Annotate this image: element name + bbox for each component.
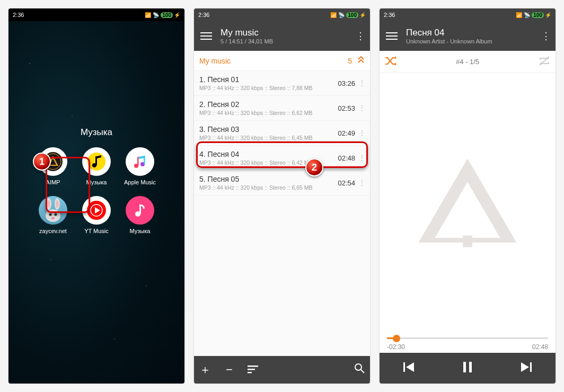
track-duration: 02:54 <box>338 179 355 187</box>
np-top-controls: #4 - 1/5 <box>380 51 556 73</box>
svg-line-28 <box>361 370 364 373</box>
playlist-header: My music 5 / 14:51 / 34,01 MB ⋮ <box>194 21 370 51</box>
charging-icon: ⚡ <box>359 12 366 18</box>
battery-level: 100 <box>532 12 544 18</box>
svg-point-16 <box>49 213 52 216</box>
track-row[interactable]: 2. Песня 02MP3 :: 44 kHz :: 320 kbps :: … <box>194 96 370 121</box>
apple-music-icon <box>126 147 154 176</box>
track-duration: 02:48 <box>338 154 355 162</box>
app-label: AIMP <box>46 179 60 185</box>
time-total: 02:48 <box>532 343 548 351</box>
phone-nowplaying-screen: 2:36 📶 📡 100⚡ Песня 04 Unknown Artist - … <box>380 8 556 384</box>
folder-title: Музыка <box>8 127 184 138</box>
svg-point-18 <box>51 217 55 219</box>
svg-rect-25 <box>248 369 255 370</box>
track-name: 4. Песня 04 <box>199 150 338 158</box>
prev-button[interactable] <box>402 361 416 375</box>
status-time: 2:36 <box>198 12 209 18</box>
track-name: 3. Песня 03 <box>199 125 338 133</box>
search-icon[interactable] <box>354 363 365 377</box>
track-list: 1. Песня 01MP3 :: 44 kHz :: 320 kbps :: … <box>194 71 370 356</box>
svg-point-15 <box>56 200 59 208</box>
overflow-menu-icon[interactable]: ⋮ <box>354 30 367 42</box>
wifi-icon: 📡 <box>338 12 345 18</box>
svg-point-11 <box>46 209 60 222</box>
track-duration: 02:53 <box>338 104 355 112</box>
signal-icon: 📶 <box>516 12 522 18</box>
collapse-icon[interactable] <box>357 56 365 65</box>
status-icons: 📶 📡 100⚡ <box>330 12 366 18</box>
status-bar: 2:36 📶 📡 100⚡ <box>194 8 370 21</box>
app-yandex-music[interactable]: Музыка <box>76 147 117 185</box>
xiaomi-music-icon <box>126 196 154 225</box>
playlist-section-header[interactable]: My music 5 <box>194 51 370 71</box>
wifi-icon: 📡 <box>524 12 530 18</box>
wifi-icon: 📡 <box>153 12 159 18</box>
callout-badge-1: 1 <box>33 153 51 171</box>
app-label: YT Music <box>84 228 109 234</box>
battery-level: 100 <box>346 12 358 18</box>
charging-icon: ⚡ <box>545 12 551 18</box>
svg-rect-36 <box>463 235 472 247</box>
svg-rect-6 <box>95 156 97 165</box>
time-elapsed: -02:30 <box>387 343 405 351</box>
phone-playlist-screen: 2:36 📶 📡 100⚡ My music 5 / 14:51 / 34,01… <box>194 8 370 384</box>
app-xiaomi-music[interactable]: Музыка <box>119 196 161 234</box>
status-time: 2:36 <box>13 12 24 18</box>
status-bar: 2:36 📶 📡 100⚡ <box>380 8 556 21</box>
svg-point-17 <box>55 213 57 216</box>
track-menu-icon[interactable]: ⋮ <box>358 179 366 187</box>
np-title: Песня 04 <box>406 28 540 38</box>
status-bar: 2:36 📶 📡 100⚡ <box>8 8 184 21</box>
svg-rect-24 <box>248 366 258 367</box>
next-button[interactable] <box>519 361 533 375</box>
section-count: 5 <box>348 57 352 65</box>
sort-icon[interactable] <box>248 363 258 377</box>
pause-button[interactable] <box>462 361 473 376</box>
app-apple-music[interactable]: Apple Music <box>119 147 161 185</box>
svg-rect-37 <box>403 362 405 372</box>
section-name: My music <box>199 57 348 65</box>
svg-marker-41 <box>521 362 529 372</box>
shuffle-icon[interactable] <box>385 56 396 68</box>
battery-level: 100 <box>161 12 173 18</box>
repeat-icon[interactable] <box>539 56 550 68</box>
header-subtitle: 5 / 14:51 / 34,01 MB <box>221 38 354 44</box>
track-name: 1. Песня 01 <box>199 75 338 84</box>
menu-icon[interactable] <box>386 30 398 42</box>
svg-rect-39 <box>463 362 466 372</box>
phone-home-screen: 2:36 📶 📡 100⚡ Музыка AIMP Музыка <box>8 8 184 384</box>
np-subtitle: Unknown Artist - Unknown Album <box>406 38 540 44</box>
track-duration: 02:49 <box>338 129 355 137</box>
status-time: 2:36 <box>384 12 395 18</box>
yt-music-icon <box>82 196 111 225</box>
app-label: Музыка <box>130 228 151 234</box>
track-row[interactable]: 5. Песня 05MP3 :: 44 kHz :: 320 kbps :: … <box>194 171 370 195</box>
playlist-bottom-bar: ＋ − <box>194 356 370 384</box>
add-icon[interactable]: ＋ <box>199 362 211 378</box>
charging-icon: ⚡ <box>174 12 180 18</box>
track-menu-icon[interactable]: ⋮ <box>358 79 366 87</box>
yandex-music-icon <box>82 147 111 176</box>
np-counter: #4 - 1/5 <box>396 58 539 66</box>
overflow-menu-icon[interactable]: ⋮ <box>540 30 552 42</box>
app-label: zaycev.net <box>39 228 67 234</box>
app-yt-music[interactable]: YT Music <box>76 196 117 234</box>
track-name: 2. Песня 02 <box>199 100 338 109</box>
track-menu-icon[interactable]: ⋮ <box>358 129 366 137</box>
seek-bar[interactable]: -02:30 02:48 <box>380 332 556 353</box>
track-menu-icon[interactable]: ⋮ <box>358 154 366 162</box>
menu-icon[interactable] <box>200 30 212 42</box>
app-label: Apple Music <box>124 179 156 185</box>
app-zaycev[interactable]: zaycev.net <box>32 196 74 234</box>
home-wallpaper: Музыка AIMP Музыка Apple Music <box>8 21 184 384</box>
seek-thumb[interactable] <box>393 335 400 342</box>
track-row[interactable]: 1. Песня 01MP3 :: 44 kHz :: 320 kbps :: … <box>194 71 370 96</box>
track-menu-icon[interactable]: ⋮ <box>358 104 366 112</box>
track-meta: MP3 :: 44 kHz :: 320 kbps :: Stereo :: 6… <box>199 184 338 191</box>
status-icons: 📶 📡 100⚡ <box>145 12 180 18</box>
track-row[interactable]: 4. Песня 04MP3 :: 44 kHz :: 320 kbps :: … <box>194 146 370 171</box>
track-row[interactable]: 3. Песня 03MP3 :: 44 kHz :: 320 kbps :: … <box>194 121 370 146</box>
remove-icon[interactable]: − <box>226 363 233 377</box>
album-art <box>380 73 556 332</box>
